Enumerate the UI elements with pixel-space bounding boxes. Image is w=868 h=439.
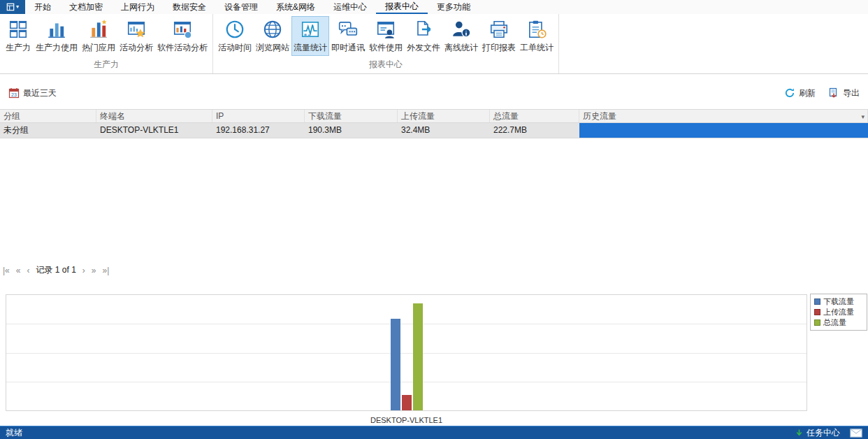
traffic-stats-icon — [300, 19, 321, 40]
cell-download: 190.3MB — [305, 123, 398, 138]
ribbon-button-work-order-stats[interactable]: 工单统计 — [518, 16, 556, 56]
activity-analysis-icon — [126, 19, 147, 40]
app-menu-button[interactable]: ▾ — [0, 0, 25, 14]
chart-gridline — [6, 324, 806, 324]
ribbon-button-software-usage[interactable]: 软件使用 — [367, 16, 405, 56]
menubar: ▾ 开始 文档加密 上网行为 数据安全 设备管理 系统&网络 运维中心 报表中心… — [0, 0, 868, 14]
activity-time-icon — [224, 19, 245, 40]
instant-messaging-icon — [338, 19, 359, 40]
column-header-upload[interactable]: 上传流量 — [398, 110, 490, 122]
menu-item-device-management[interactable]: 设备管理 — [215, 0, 267, 14]
refresh-icon — [784, 87, 795, 99]
chevron-down-icon: ▾ — [16, 4, 19, 10]
ribbon-button-browse-website[interactable]: 浏览网站 — [254, 16, 291, 56]
legend-item: 上传流量 — [814, 307, 863, 317]
ribbon-button-label: 生产力 — [6, 42, 31, 54]
ribbon-button-label: 软件活动分析 — [157, 42, 208, 54]
menu-item-doc-encryption[interactable]: 文档加密 — [60, 0, 112, 14]
legend-swatch — [814, 319, 820, 326]
cell-ip: 192.168.31.27 — [212, 123, 305, 138]
refresh-button[interactable]: 刷新 — [784, 87, 816, 99]
menu-item-more-features[interactable]: 更多功能 — [428, 0, 479, 14]
ribbon-button-print-report[interactable]: 打印报表 — [480, 16, 518, 56]
tab-report-center[interactable]: 报表中心 — [376, 0, 428, 14]
chart-gridline — [6, 353, 806, 354]
ribbon-button-label: 浏览网站 — [256, 42, 289, 54]
ribbon-button-instant-messaging[interactable]: 即时通讯 — [329, 16, 367, 56]
chart-plot — [6, 294, 807, 411]
column-header-total[interactable]: 总流量 — [490, 110, 579, 122]
app-logo-icon — [6, 3, 15, 11]
chart-bar — [413, 303, 423, 410]
ribbon-group-productivity: 生产力 生产力使用 热门应用 活动分析 软件活动分析 生产力 — [0, 14, 213, 73]
ribbon-button-software-activity-analysis[interactable]: 软件活动分析 — [155, 16, 210, 56]
cell-group: 未分组 — [0, 123, 96, 138]
export-label: 导出 — [843, 87, 860, 99]
menu-item-data-security[interactable]: 数据安全 — [164, 0, 215, 14]
column-menu-button[interactable]: ▾ — [861, 112, 865, 122]
column-header-ip[interactable]: IP — [212, 110, 305, 122]
chart-category-label: DESKTOP-VLKTLE1 — [6, 416, 807, 424]
ribbon-button-label: 工单统计 — [520, 42, 554, 54]
date-filter-button[interactable]: 23 最近三天 — [8, 87, 57, 99]
task-center-button[interactable]: 任务中心 — [795, 427, 840, 439]
cell-terminal: DESKTOP-VLKTLE1 — [96, 123, 212, 138]
refresh-label: 刷新 — [799, 87, 816, 99]
ribbon-button-activity-time[interactable]: 活动时间 — [216, 16, 254, 56]
column-header-download[interactable]: 下载流量 — [305, 110, 398, 122]
ribbon: 生产力 生产力使用 热门应用 活动分析 软件活动分析 生产力 — [0, 14, 868, 74]
menu-item-system-network[interactable]: 系统&网络 — [267, 0, 324, 14]
ribbon-group-report-center: 活动时间 浏览网站 流量统计 即时通讯 软件使用 外发文件 — [213, 14, 559, 73]
ribbon-button-hot-apps[interactable]: 热门应用 — [80, 16, 117, 56]
chart-gridline — [6, 382, 806, 382]
ribbon-button-productivity[interactable]: 生产力 — [3, 16, 34, 56]
table-row[interactable]: 未分组 DESKTOP-VLKTLE1 192.168.31.27 190.3M… — [0, 123, 868, 138]
legend-label: 上传流量 — [823, 307, 854, 317]
pager-next-page-button[interactable]: » — [92, 266, 96, 275]
menu-item-web-behavior[interactable]: 上网行为 — [112, 0, 164, 14]
legend-label: 总流量 — [823, 317, 846, 328]
column-header-history[interactable]: 历史流量 ▾ — [579, 110, 868, 122]
legend-swatch — [814, 309, 820, 315]
column-header-terminal[interactable]: 终端名 — [96, 110, 212, 122]
ribbon-button-label: 活动时间 — [218, 42, 252, 54]
ribbon-button-productivity-usage[interactable]: 生产力使用 — [34, 16, 80, 56]
menu-item-home[interactable]: 开始 — [25, 0, 60, 14]
hot-apps-icon — [88, 19, 109, 40]
ribbon-button-traffic-stats[interactable]: 流量统计 — [291, 16, 329, 56]
ribbon-button-label: 生产力使用 — [36, 42, 78, 54]
ribbon-button-label: 即时通讯 — [331, 42, 365, 54]
chart-bar — [391, 319, 400, 410]
software-usage-icon — [375, 19, 396, 40]
legend-label: 下载流量 — [823, 296, 854, 307]
pager-next-button[interactable]: › — [82, 266, 85, 275]
statusbar: 就绪 任务中心 — [0, 426, 868, 439]
ribbon-button-label: 热门应用 — [82, 42, 115, 54]
table-header-row: 分组 终端名 IP 下载流量 上传流量 总流量 历史流量 ▾ — [0, 109, 868, 123]
pager-record-label: 记录 1 of 1 — [36, 264, 75, 276]
pager: |« « ‹ 记录 1 of 1 › » »| — [3, 264, 109, 276]
cell-history — [579, 123, 868, 138]
ribbon-button-activity-analysis[interactable]: 活动分析 — [117, 16, 155, 56]
menu-item-ops-center[interactable]: 运维中心 — [324, 0, 376, 14]
download-arrow-icon — [795, 429, 804, 438]
message-tray-button[interactable] — [850, 429, 862, 438]
export-button[interactable]: 导出 — [828, 87, 860, 99]
offline-stats-icon — [451, 19, 472, 40]
ribbon-button-label: 流量统计 — [294, 42, 327, 54]
report-toolbar: 23 最近三天 刷新 导出 — [0, 84, 868, 102]
ribbon-button-label: 离线统计 — [444, 42, 478, 54]
ribbon-button-outgoing-files[interactable]: 外发文件 — [405, 16, 442, 56]
pager-prev-button[interactable]: ‹ — [27, 266, 29, 275]
software-activity-analysis-icon — [172, 19, 193, 40]
chart-bar — [402, 395, 412, 410]
legend-item: 下载流量 — [814, 296, 863, 307]
pager-last-button[interactable]: »| — [103, 266, 110, 275]
print-report-icon — [489, 19, 509, 40]
ribbon-button-offline-stats[interactable]: 离线统计 — [442, 16, 480, 56]
browse-website-icon — [262, 19, 283, 40]
pager-first-button[interactable]: |« — [3, 266, 10, 275]
column-header-group[interactable]: 分组 — [0, 110, 96, 122]
ribbon-group-label: 报表中心 — [213, 57, 558, 73]
pager-prev-page-button[interactable]: « — [16, 266, 21, 275]
